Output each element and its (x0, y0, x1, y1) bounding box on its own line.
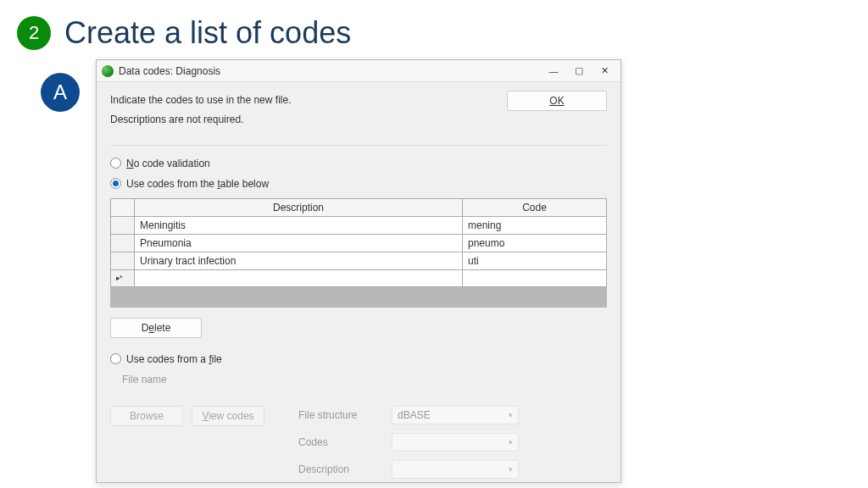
dialog-body: Indicate the codes to use in the new fil… (97, 82, 620, 487)
table-row[interactable]: Pneumonia pneumo (111, 234, 607, 252)
col-description: Description (135, 198, 463, 216)
chevron-down-icon: ▾ (509, 465, 513, 474)
chevron-down-icon: ▾ (509, 438, 513, 446)
table-row-new[interactable]: ▸* (111, 269, 607, 286)
field-label: Codes (298, 436, 375, 448)
data-codes-dialog: Data codes: Diagnosis — ▢ ✕ Indicate the… (96, 59, 621, 483)
radio-icon (110, 158, 121, 169)
maximize-button[interactable]: ▢ (566, 62, 592, 80)
chevron-down-icon: ▾ (509, 411, 513, 419)
cell-code[interactable]: uti (463, 252, 607, 269)
cell-code[interactable]: mening (463, 216, 607, 234)
radio-use-file[interactable]: Use codes from a file (110, 353, 607, 365)
view-codes-button: View codes (192, 406, 264, 426)
validation-section: No code validation Use codes from the ta… (110, 145, 607, 338)
col-code: Code (463, 198, 607, 216)
table-row[interactable]: Meningitis mening (111, 216, 607, 234)
field-codes: Codes ▾ (298, 433, 607, 452)
instructions: Indicate the codes to use in the new fil… (110, 91, 291, 130)
minimize-button[interactable]: — (541, 62, 566, 80)
file-section: Use codes from a file File name Browse V… (110, 353, 607, 479)
app-icon (102, 65, 114, 77)
substep-badge: A (41, 73, 80, 112)
instruction-line-2: Descriptions are not required. (110, 110, 291, 130)
new-row-marker: ▸* (111, 269, 135, 286)
table-row[interactable]: Urinary tract infection uti (111, 252, 607, 269)
table-footer-band (110, 287, 607, 308)
cell-description[interactable]: Urinary tract infection (135, 252, 463, 269)
cell-description[interactable]: Pneumonia (135, 234, 463, 252)
cell-code[interactable]: pneumo (463, 234, 607, 252)
select-value: dBASE (398, 409, 431, 421)
radio-no-validation[interactable]: No code validation (110, 158, 607, 169)
radio-icon (110, 178, 121, 189)
codes-table[interactable]: Description Code Meningitis mening Pneum… (110, 198, 607, 287)
field-label: File structure (298, 409, 375, 421)
slide-title: Create a list of codes (64, 15, 351, 51)
browse-button: Browse (110, 406, 183, 426)
step-number-badge: 2 (17, 16, 51, 50)
description-select: ▾ (392, 460, 519, 479)
radio-label: Use codes from a file (126, 353, 222, 365)
slide-header: 2 Create a list of codes (0, 0, 868, 51)
titlebar: Data codes: Diagnosis — ▢ ✕ (97, 60, 620, 82)
file-name-label: File name (122, 374, 607, 385)
instruction-line-1: Indicate the codes to use in the new fil… (110, 91, 291, 110)
field-label: Description (298, 463, 375, 475)
field-description: Description ▾ (298, 460, 607, 479)
field-file-structure: File structure dBASE ▾ (298, 406, 607, 424)
radio-icon (110, 353, 121, 364)
cell-code[interactable] (463, 269, 607, 286)
radio-label: No code validation (126, 158, 210, 169)
codes-select: ▾ (392, 433, 519, 452)
ok-button[interactable]: OK (507, 91, 607, 111)
file-structure-select: dBASE ▾ (392, 406, 519, 424)
cell-description[interactable] (135, 269, 463, 286)
close-button[interactable]: ✕ (592, 62, 617, 80)
cell-description[interactable]: Meningitis (135, 216, 463, 234)
dialog-title: Data codes: Diagnosis (119, 65, 541, 77)
radio-label: Use codes from the table below (126, 178, 269, 190)
radio-use-table[interactable]: Use codes from the table below (110, 178, 607, 190)
delete-button[interactable]: Delete (110, 318, 202, 338)
row-header-blank (111, 198, 135, 216)
